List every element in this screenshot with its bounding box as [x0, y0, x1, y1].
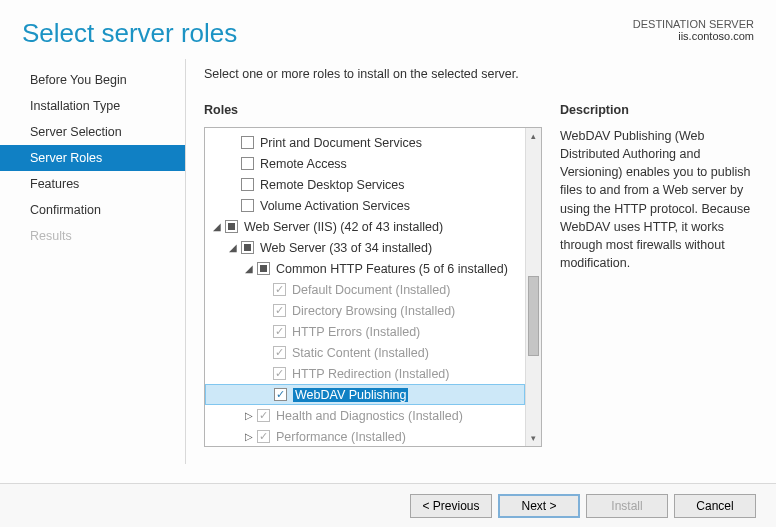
- checkbox: [273, 367, 286, 380]
- tree-node-label: Default Document (Installed): [292, 283, 450, 297]
- checkbox: [273, 304, 286, 317]
- nav-item-server-selection[interactable]: Server Selection: [0, 119, 185, 145]
- checkbox[interactable]: [241, 199, 254, 212]
- tree-node-label: Print and Document Services: [260, 136, 422, 150]
- description-text: WebDAV Publishing (Web Distributed Autho…: [560, 127, 756, 272]
- tree-node[interactable]: HTTP Redirection (Installed): [205, 363, 525, 384]
- description-heading: Description: [560, 103, 756, 117]
- tree-node[interactable]: WebDAV Publishing: [205, 384, 525, 405]
- nav-item-features[interactable]: Features: [0, 171, 185, 197]
- tree-node-label: Volume Activation Services: [260, 199, 410, 213]
- expand-icon[interactable]: ▷: [243, 410, 255, 421]
- instruction-text: Select one or more roles to install on t…: [204, 67, 756, 81]
- nav-item-before-you-begin[interactable]: Before You Begin: [0, 67, 185, 93]
- expand-icon[interactable]: ▷: [243, 431, 255, 442]
- tree-node[interactable]: Volume Activation Services: [205, 195, 525, 216]
- scroll-up-icon[interactable]: ▴: [526, 128, 541, 144]
- checkbox[interactable]: [241, 178, 254, 191]
- checkbox[interactable]: [241, 136, 254, 149]
- nav-item-confirmation[interactable]: Confirmation: [0, 197, 185, 223]
- scroll-down-icon[interactable]: ▾: [526, 430, 541, 446]
- checkbox: [273, 283, 286, 296]
- tree-node-label: Remote Desktop Services: [260, 178, 405, 192]
- tree-node-label: Remote Access: [260, 157, 347, 171]
- page-title: Select server roles: [22, 18, 237, 49]
- checkbox[interactable]: [241, 241, 254, 254]
- destination-info: DESTINATION SERVER iis.contoso.com: [633, 18, 754, 42]
- tree-node-label: Static Content (Installed): [292, 346, 429, 360]
- checkbox: [273, 346, 286, 359]
- tree-node[interactable]: Directory Browsing (Installed): [205, 300, 525, 321]
- wizard-footer: < Previous Next > Install Cancel: [0, 483, 776, 527]
- nav-item-installation-type[interactable]: Installation Type: [0, 93, 185, 119]
- tree-node[interactable]: Remote Desktop Services: [205, 174, 525, 195]
- tree-node[interactable]: ▷Health and Diagnostics (Installed): [205, 405, 525, 426]
- tree-node-label: Web Server (33 of 34 installed): [260, 241, 432, 255]
- nav-item-results: Results: [0, 223, 185, 249]
- tree-node-label: HTTP Errors (Installed): [292, 325, 420, 339]
- next-button[interactable]: Next >: [498, 494, 580, 518]
- tree-node[interactable]: ◢Web Server (IIS) (42 of 43 installed): [205, 216, 525, 237]
- checkbox: [257, 409, 270, 422]
- tree-node-label: Performance (Installed): [276, 430, 406, 444]
- collapse-icon[interactable]: ◢: [227, 242, 239, 253]
- checkbox[interactable]: [225, 220, 238, 233]
- tree-node[interactable]: ◢Common HTTP Features (5 of 6 installed): [205, 258, 525, 279]
- wizard-nav: Before You BeginInstallation TypeServer …: [0, 59, 185, 464]
- cancel-button[interactable]: Cancel: [674, 494, 756, 518]
- collapse-icon[interactable]: ◢: [211, 221, 223, 232]
- tree-node[interactable]: ◢Web Server (33 of 34 installed): [205, 237, 525, 258]
- roles-tree[interactable]: Print and Document ServicesRemote Access…: [205, 128, 525, 446]
- checkbox: [257, 430, 270, 443]
- checkbox[interactable]: [274, 388, 287, 401]
- collapse-icon[interactable]: ◢: [243, 263, 255, 274]
- tree-node[interactable]: Print and Document Services: [205, 132, 525, 153]
- destination-value: iis.contoso.com: [633, 30, 754, 42]
- tree-node[interactable]: HTTP Errors (Installed): [205, 321, 525, 342]
- previous-button[interactable]: < Previous: [410, 494, 492, 518]
- scrollbar[interactable]: ▴ ▾: [525, 128, 541, 446]
- checkbox[interactable]: [257, 262, 270, 275]
- tree-node[interactable]: Remote Access: [205, 153, 525, 174]
- tree-node-label: HTTP Redirection (Installed): [292, 367, 449, 381]
- tree-node[interactable]: ▷Performance (Installed): [205, 426, 525, 446]
- tree-node-label: Web Server (IIS) (42 of 43 installed): [244, 220, 443, 234]
- tree-node-label: Directory Browsing (Installed): [292, 304, 455, 318]
- tree-node[interactable]: Static Content (Installed): [205, 342, 525, 363]
- tree-node[interactable]: Default Document (Installed): [205, 279, 525, 300]
- roles-heading: Roles: [204, 103, 542, 117]
- scroll-thumb[interactable]: [528, 276, 539, 356]
- install-button: Install: [586, 494, 668, 518]
- destination-label: DESTINATION SERVER: [633, 18, 754, 30]
- nav-item-server-roles[interactable]: Server Roles: [0, 145, 185, 171]
- checkbox: [273, 325, 286, 338]
- roles-tree-container: Print and Document ServicesRemote Access…: [204, 127, 542, 447]
- checkbox[interactable]: [241, 157, 254, 170]
- tree-node-label: WebDAV Publishing: [293, 388, 408, 402]
- tree-node-label: Health and Diagnostics (Installed): [276, 409, 463, 423]
- tree-node-label: Common HTTP Features (5 of 6 installed): [276, 262, 508, 276]
